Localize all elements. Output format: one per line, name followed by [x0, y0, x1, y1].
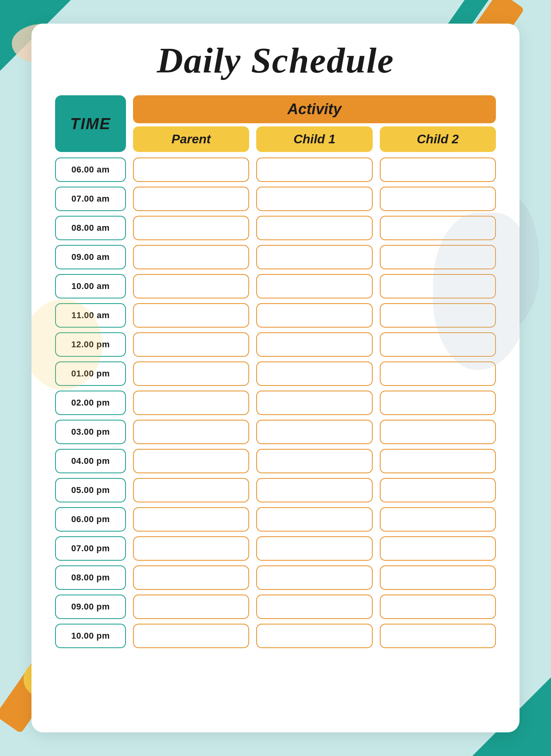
time-cell-13: 07.00 pm	[55, 536, 126, 561]
input-parent-10[interactable]	[133, 449, 249, 473]
input-cells-15	[133, 595, 496, 619]
input-parent-4[interactable]	[133, 274, 249, 298]
input-child2-9[interactable]	[380, 420, 496, 444]
input-parent-9[interactable]	[133, 420, 249, 444]
time-cell-7: 01.00 pm	[55, 361, 126, 386]
time-cell-14: 08.00 pm	[55, 565, 126, 590]
input-child1-6[interactable]	[256, 332, 372, 357]
input-child1-8[interactable]	[256, 391, 372, 415]
input-cells-9	[133, 420, 496, 444]
input-child1-7[interactable]	[256, 361, 372, 386]
time-cell-10: 04.00 pm	[55, 449, 126, 473]
time-label-8: 02.00 pm	[71, 398, 110, 408]
time-cell-15: 09.00 pm	[55, 595, 126, 619]
table-header-row: TIME Activity Parent Child 1 Child 2	[55, 95, 496, 152]
input-parent-6[interactable]	[133, 332, 249, 357]
input-parent-5[interactable]	[133, 303, 249, 328]
input-child2-12[interactable]	[380, 507, 496, 532]
child1-label: Child 1	[294, 132, 336, 146]
input-child1-16[interactable]	[256, 624, 372, 648]
sub-headers-row: Parent Child 1 Child 2	[133, 126, 496, 152]
table-row: 02.00 pm	[55, 391, 496, 415]
input-child2-8[interactable]	[380, 391, 496, 415]
table-row: 10.00 pm	[55, 624, 496, 648]
input-parent-8[interactable]	[133, 391, 249, 415]
table-row: 11.00 am	[55, 303, 496, 328]
input-cells-14	[133, 565, 496, 590]
input-parent-14[interactable]	[133, 565, 249, 590]
input-child1-15[interactable]	[256, 595, 372, 619]
input-child1-13[interactable]	[256, 536, 372, 561]
time-label-16: 10.00 pm	[71, 631, 110, 641]
time-cell-6: 12.00 pm	[55, 332, 126, 357]
time-label-9: 03.00 pm	[71, 427, 110, 437]
input-cells-16	[133, 624, 496, 648]
input-child1-1[interactable]	[256, 187, 372, 211]
time-cell-16: 10.00 pm	[55, 624, 126, 648]
input-parent-7[interactable]	[133, 361, 249, 386]
input-child1-5[interactable]	[256, 303, 372, 328]
time-cell-1: 07.00 am	[55, 187, 126, 211]
table-row: 06.00 pm	[55, 507, 496, 532]
activity-label: Activity	[287, 101, 341, 117]
time-label-10: 04.00 pm	[71, 456, 110, 466]
input-child2-11[interactable]	[380, 478, 496, 502]
input-child1-2[interactable]	[256, 216, 372, 240]
input-child1-14[interactable]	[256, 565, 372, 590]
input-parent-15[interactable]	[133, 595, 249, 619]
input-child2-0[interactable]	[380, 158, 496, 182]
time-header-label: TIME	[70, 115, 111, 133]
time-cell-2: 08.00 am	[55, 216, 126, 240]
parent-label: Parent	[172, 132, 211, 146]
activity-header-cell: Activity	[133, 95, 496, 123]
input-parent-12[interactable]	[133, 507, 249, 532]
table-row: 07.00 am	[55, 187, 496, 211]
input-child1-4[interactable]	[256, 274, 372, 298]
input-child2-4[interactable]	[380, 274, 496, 298]
input-child1-9[interactable]	[256, 420, 372, 444]
input-child1-0[interactable]	[256, 158, 372, 182]
time-label-1: 07.00 am	[72, 194, 110, 204]
input-child2-2[interactable]	[380, 216, 496, 240]
table-row: 08.00 pm	[55, 565, 496, 590]
input-child1-3[interactable]	[256, 245, 372, 269]
table-row: 10.00 am	[55, 274, 496, 298]
input-cells-8	[133, 391, 496, 415]
child2-sub-header: Child 2	[380, 126, 496, 152]
input-child2-14[interactable]	[380, 565, 496, 590]
input-cells-2	[133, 216, 496, 240]
input-child2-3[interactable]	[380, 245, 496, 269]
input-parent-16[interactable]	[133, 624, 249, 648]
input-cells-10	[133, 449, 496, 473]
input-child2-13[interactable]	[380, 536, 496, 561]
table-row: 01.00 pm	[55, 361, 496, 386]
input-child2-15[interactable]	[380, 595, 496, 619]
input-child2-6[interactable]	[380, 332, 496, 357]
input-child2-7[interactable]	[380, 361, 496, 386]
input-child1-11[interactable]	[256, 478, 372, 502]
table-row: 08.00 am	[55, 216, 496, 240]
input-cells-4	[133, 274, 496, 298]
input-child2-1[interactable]	[380, 187, 496, 211]
input-child1-12[interactable]	[256, 507, 372, 532]
schedule-card: Daily Schedule TIME Activity Parent Chil…	[31, 24, 520, 732]
time-label-7: 01.00 pm	[71, 369, 110, 379]
input-cells-13	[133, 536, 496, 561]
input-parent-13[interactable]	[133, 536, 249, 561]
input-child1-10[interactable]	[256, 449, 372, 473]
input-parent-11[interactable]	[133, 478, 249, 502]
input-parent-0[interactable]	[133, 158, 249, 182]
input-child2-10[interactable]	[380, 449, 496, 473]
time-cell-11: 05.00 pm	[55, 478, 126, 502]
input-parent-2[interactable]	[133, 216, 249, 240]
time-label-14: 08.00 pm	[71, 573, 110, 583]
input-parent-3[interactable]	[133, 245, 249, 269]
time-label-2: 08.00 am	[72, 223, 110, 233]
table-row: 03.00 pm	[55, 420, 496, 444]
input-parent-1[interactable]	[133, 187, 249, 211]
input-cells-0	[133, 158, 496, 182]
time-cell-9: 03.00 pm	[55, 420, 126, 444]
input-cells-12	[133, 507, 496, 532]
input-child2-5[interactable]	[380, 303, 496, 328]
input-child2-16[interactable]	[380, 624, 496, 648]
